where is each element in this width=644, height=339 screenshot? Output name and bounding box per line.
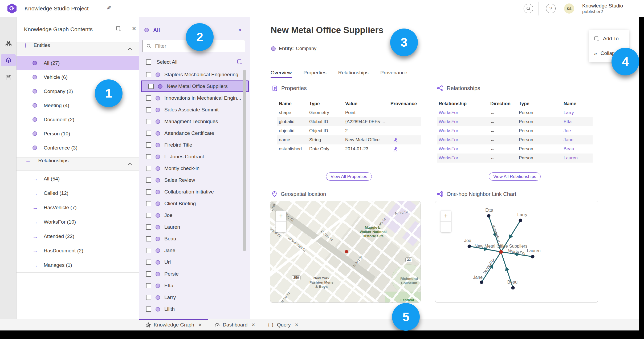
entity-type-item[interactable]: Vehicle (6) (17, 70, 139, 84)
graph-item-row[interactable]: Lauren (139, 221, 250, 233)
person-node[interactable] (511, 286, 515, 290)
graph-item-row[interactable]: Jane (139, 245, 250, 256)
item-checkbox[interactable] (146, 119, 151, 124)
table-row[interactable]: nameStringNew Metal Office ... (277, 135, 421, 144)
close-panel-icon[interactable]: ✕ (132, 25, 136, 32)
graph-item-row[interactable]: Montly check-in (139, 163, 250, 174)
item-checkbox[interactable] (146, 224, 151, 230)
add-to-menu-item[interactable]: Add To (594, 36, 619, 42)
relationship-type-item[interactable]: →All (54) (17, 172, 139, 186)
one-hop-link-chart[interactable]: WorksForWorksForWorksForNew Metal Office… (435, 201, 598, 303)
item-checkbox[interactable] (146, 248, 151, 253)
graph-item-row[interactable]: Firebird Title (139, 139, 250, 151)
tab-provenance[interactable]: Provenance (380, 69, 407, 78)
item-checkbox[interactable] (146, 283, 151, 288)
item-checkbox[interactable] (146, 95, 151, 101)
view-all-properties-button[interactable]: View All Properties (326, 172, 372, 181)
view-tab-knowledge-graph[interactable]: Knowledge Graph✕ (139, 319, 208, 331)
relationship-link[interactable]: WorksFor (437, 146, 488, 152)
search-button[interactable] (524, 4, 533, 13)
provenance-flag-icon[interactable] (389, 147, 421, 152)
graph-item-row[interactable]: Joe (139, 209, 250, 221)
zoom-out-button[interactable]: − (276, 221, 286, 232)
name-link[interactable]: Joe (562, 128, 593, 134)
close-tab-icon[interactable]: ✕ (251, 322, 255, 328)
view-tab-dashboard[interactable]: Dashboard✕ (208, 319, 262, 331)
table-row[interactable]: WorksFor←PersonJoe (437, 126, 593, 135)
zoom-in-button[interactable]: + (441, 211, 451, 221)
scrollbar-thumb[interactable] (243, 70, 246, 251)
schema-icon[interactable] (5, 41, 12, 47)
item-checkbox[interactable] (146, 142, 151, 148)
name-link[interactable]: Lauren (562, 155, 593, 161)
table-row[interactable]: WorksFor←PersonLauren (437, 154, 593, 163)
view-all-relationships-button[interactable]: View All Relationships (489, 172, 541, 181)
graph-item-row[interactable]: Attendance Certificate (139, 127, 250, 139)
entities-section-header[interactable]: Entities (17, 42, 139, 55)
relationship-type-item[interactable]: →Manages (1) (17, 258, 139, 272)
item-checkbox[interactable] (146, 166, 151, 171)
collapse-panel-icon[interactable]: « (238, 26, 242, 33)
select-all-row[interactable]: Select All (139, 56, 250, 68)
name-link[interactable]: Jane (562, 137, 593, 143)
item-checkbox[interactable] (146, 107, 151, 112)
item-checkbox[interactable] (146, 271, 151, 277)
table-row[interactable]: establishedDate Only2014-01-23 (277, 144, 421, 154)
save-icon[interactable] (5, 74, 12, 81)
relationship-link[interactable]: WorksFor (437, 137, 488, 143)
item-checkbox[interactable] (146, 201, 151, 206)
graph-item-row[interactable]: Uri (139, 256, 250, 268)
person-node[interactable] (519, 219, 522, 222)
graph-item-row[interactable]: Managment Techniques (139, 116, 250, 127)
name-link[interactable]: Etta (562, 119, 593, 124)
table-row[interactable]: WorksFor←PersonJane (437, 135, 593, 144)
graph-item-row[interactable]: L. Jones Contract (139, 151, 250, 163)
table-row[interactable]: WorksFor←PersonLarry (437, 108, 593, 117)
graph-item-row[interactable]: Sales Associate Summit (139, 104, 250, 116)
tab-relationships[interactable]: Relationships (338, 69, 369, 78)
relationship-link[interactable]: WorksFor (437, 119, 488, 124)
graph-item-row[interactable]: Larry (139, 292, 250, 303)
zoom-out-button[interactable]: − (441, 221, 451, 232)
entity-type-item[interactable]: Meeting (4) (17, 98, 139, 112)
relationship-type-item[interactable]: →Called (12) (17, 186, 139, 200)
relationship-link[interactable]: WorksFor (437, 155, 488, 161)
graph-item-row[interactable]: Sales Review (139, 174, 250, 186)
graph-item-row[interactable]: Persie (139, 268, 250, 280)
geospatial-map[interactable]: k RdW Clay StE Clay Starshall StW Marsha… (270, 201, 421, 303)
table-row[interactable]: objectidObject ID2 (277, 126, 421, 135)
person-node[interactable] (487, 214, 491, 218)
relationships-section-header[interactable]: → Relationships (17, 157, 139, 171)
tab-overview[interactable]: Overview (271, 69, 292, 78)
graph-item-row[interactable]: Beau (139, 233, 250, 245)
graph-item-row[interactable]: Staplers Mechanical Engineering (139, 69, 250, 80)
chevron-up-icon[interactable] (128, 48, 132, 50)
add-to-new-icon[interactable] (237, 59, 243, 65)
item-checkbox[interactable] (146, 306, 151, 312)
graph-item-row[interactable]: New Metal Office Suppliers (141, 80, 249, 92)
relationship-link[interactable]: WorksFor (437, 110, 488, 115)
person-node[interactable] (480, 281, 483, 284)
item-checkbox[interactable] (146, 72, 151, 77)
relationship-type-item[interactable]: →HasVehicle (7) (17, 200, 139, 215)
table-row[interactable]: shapeGeometryPoint (277, 108, 421, 117)
user-avatar[interactable]: KS (564, 3, 574, 14)
graph-item-row[interactable]: Collaboration initiative (139, 186, 250, 198)
layers-icon[interactable] (5, 57, 12, 63)
relationship-type-item[interactable]: →WorksFor (10) (17, 215, 139, 229)
name-link[interactable]: Beau (562, 146, 593, 152)
item-checkbox[interactable] (146, 177, 151, 183)
entity-type-item[interactable]: Document (2) (17, 112, 139, 127)
person-node[interactable] (531, 255, 535, 259)
graph-item-row[interactable]: Lilith (139, 303, 250, 315)
person-node[interactable] (468, 245, 471, 248)
table-row[interactable]: globalidGlobal ID{A228944F-0EF5-... (277, 117, 421, 126)
view-tab-query[interactable]: { }Query✕ (262, 319, 305, 331)
name-link[interactable]: Larry (562, 110, 593, 115)
item-checkbox[interactable] (148, 84, 154, 89)
relationship-type-item[interactable]: →Attended (22) (17, 229, 139, 244)
graph-item-row[interactable]: Innovations in Mechanical Engin... (139, 92, 250, 104)
close-tab-icon[interactable]: ✕ (198, 322, 202, 328)
center-node[interactable] (499, 250, 503, 254)
tab-properties[interactable]: Properties (303, 69, 327, 78)
